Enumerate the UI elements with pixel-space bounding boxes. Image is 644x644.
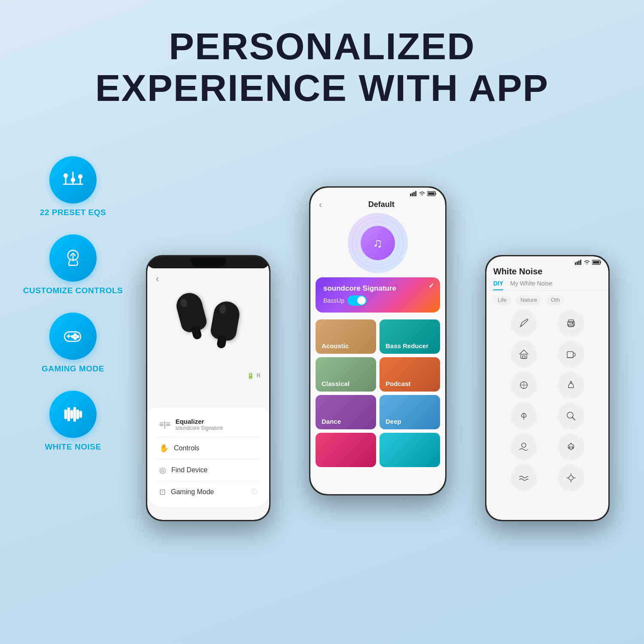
svg-rect-15 [65,410,67,419]
svg-point-1 [64,174,67,177]
eq-tile-acoustic[interactable]: Acoustic [316,319,376,354]
svg-point-29 [356,222,399,264]
svg-point-11 [74,334,76,336]
notch-circle [191,258,225,267]
controls-icon: ✋ [159,444,169,453]
pen-icon [518,317,530,329]
dance-label: Dance [322,418,341,425]
waves-icon [61,402,85,426]
extra-icon [565,472,577,484]
equalizer-sub: soundcore Signature [176,425,223,431]
earbuds-image [170,280,247,366]
sound-btn-waves[interactable] [510,465,537,491]
svg-rect-27 [428,192,434,195]
gaming-mode-menu-icon: ⊡ [159,487,166,497]
svg-point-53 [569,476,573,480]
signal-icon [410,191,417,196]
nature-icon [518,410,530,422]
svg-point-41 [572,322,574,324]
feature-white-noise: WHITE NOISE [45,391,101,452]
svg-rect-37 [593,261,599,264]
waves-sound-icon [518,472,530,484]
find-device-icon: ◎ [159,465,166,475]
eq-tile-dance[interactable]: Dance [316,395,376,429]
sub-tab-other[interactable]: Oth [547,295,564,305]
sound-row-5 [493,434,601,460]
menu-gaming-mode[interactable]: ⊡ Gaming Mode ⓘ [156,481,261,503]
eq-tile-podcast[interactable]: Podcast [380,357,440,392]
left-back-arrow[interactable]: ‹ [156,273,159,285]
sound-btn-fire[interactable] [558,434,584,460]
white-noise-circle [49,391,97,438]
gaming-mode-menu-label: Gaming Mode [171,488,214,496]
tab-diy[interactable]: DIY [493,280,503,290]
feature-preset-eqs: 22 PRESET EQS [40,156,106,217]
bassup-toggle[interactable] [348,295,367,306]
menu-find-device[interactable]: ◎ Find Device [156,459,261,481]
sound-btn-pen[interactable] [510,310,537,337]
menu-controls[interactable]: ✋ Controls [156,437,261,459]
center-back-button[interactable]: ‹ [319,200,322,210]
eq-tile-bass-reducer[interactable]: Bass Reducer [380,319,440,354]
eq-rings [348,213,408,273]
earbud-shine [180,298,188,308]
charge-indicator: 🔋 R [156,372,261,379]
mug-icon [565,348,577,360]
signature-card[interactable]: ✓ soundcore Signature BassUp [316,277,440,313]
podcast-label: Podcast [386,380,410,387]
svg-point-5 [79,175,82,178]
center-screen-title: Default [326,200,437,209]
sound-row-6 [493,465,601,491]
sound-btn-house[interactable] [510,341,537,368]
svg-point-52 [522,443,526,447]
status-icons [410,191,437,196]
eq-tile-more2[interactable] [380,433,440,467]
battery-icon [427,191,437,196]
sub-tab-nature[interactable]: Nature [516,295,541,305]
sound-btn-beach[interactable] [510,434,537,460]
customize-controls-label: CUSTOMIZE CONTROLS [23,286,123,295]
white-noise-label: WHITE NOISE [45,442,101,452]
cooking-icon [565,379,577,391]
svg-rect-32 [577,261,578,265]
search-icon [565,410,577,422]
svg-point-12 [77,336,79,338]
sound-btn-printer[interactable] [558,310,584,337]
feature-customize-controls: CUSTOMIZE CONTROLS [23,234,123,295]
menu-equalizer[interactable]: ≡|≡ Equalizer soundcore Signature [156,412,261,437]
svg-point-28 [352,217,404,269]
right-status-bar [486,256,608,265]
svg-rect-36 [600,261,601,263]
sound-btn-extra[interactable] [558,465,584,491]
right-title-bar: White Noise [486,265,608,280]
toggle-knob [357,296,366,305]
equalizer-title: Equalizer [176,418,223,425]
eq-tile-classical[interactable]: Classical [316,357,376,392]
phone-right: White Noise DIY My White Noise Life [485,255,610,521]
tab-my-white-noise[interactable]: My White Noise [510,280,552,290]
sub-tab-life[interactable]: Life [493,295,511,305]
signature-name: soundcore Signature [323,284,432,293]
sound-btn-dining[interactable] [510,372,537,398]
svg-rect-22 [412,193,413,196]
sound-row-3 [493,372,601,398]
sound-btn-mug[interactable] [558,341,584,368]
svg-rect-23 [413,192,415,196]
sound-btn-nature[interactable] [510,403,537,429]
life-label: Life [498,297,507,303]
svg-rect-26 [435,193,436,194]
right-signal-icon [575,260,582,265]
eq-tile-deep[interactable]: Deep [380,395,440,429]
eq-visual: ♫ [348,213,408,273]
svg-rect-21 [410,194,411,196]
find-device-label: Find Device [171,466,207,474]
sound-btn-cooking[interactable] [558,372,584,398]
left-phone-notch [147,256,269,268]
eq-tile-more1[interactable] [316,433,376,467]
sound-btn-search[interactable] [558,403,584,429]
phone-center: ‹ Default ♫ [309,186,447,495]
earbud-left [178,293,204,331]
check-mark-icon: ✓ [428,282,434,290]
svg-rect-40 [568,324,574,327]
headline: PERSONALIZED EXPERIENCE WITH APP [34,26,610,109]
